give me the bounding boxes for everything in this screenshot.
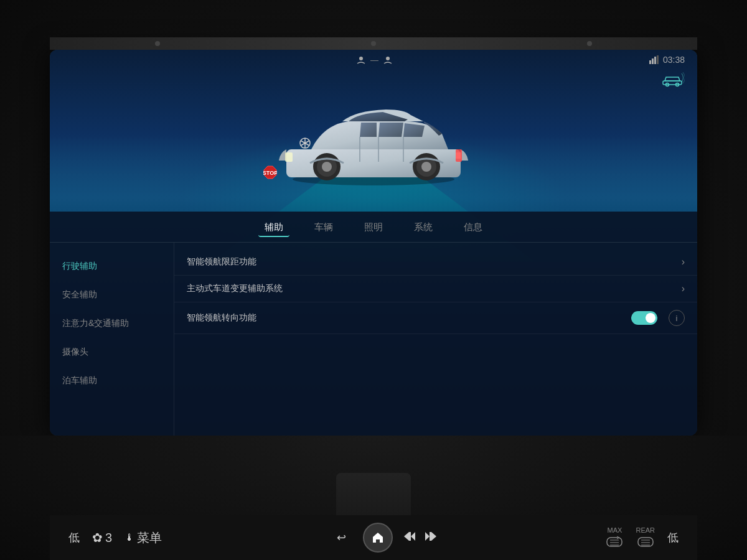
svg-marker-29 (404, 532, 409, 541)
bezel-top (50, 37, 697, 50)
status-time: 03:38 (649, 55, 685, 65)
svg-rect-33 (430, 532, 431, 541)
sidebar-item-parking-assist[interactable]: 泊车辅助 (50, 366, 174, 395)
sidebar-item-driving-assist[interactable]: 行驶辅助 (50, 252, 174, 281)
rear-defrost-icon (637, 535, 654, 549)
next-icon (425, 531, 438, 542)
menu-label: 菜单 (137, 530, 162, 546)
back-icon: ↩ (337, 531, 346, 544)
home-button[interactable] (363, 523, 393, 553)
tab-assist[interactable]: 辅助 (258, 219, 289, 237)
settings-panel: 辅助 车辆 照明 系统 信息 行驶辅助 安全辅助 注意力&交通辅助 摄像头 泊车… (50, 212, 697, 436)
tab-system[interactable]: 系统 (408, 219, 439, 237)
svg-rect-2 (649, 60, 651, 64)
camera-right (587, 41, 592, 46)
next-track-button[interactable] (425, 531, 438, 545)
right-temp-label: 低 (667, 530, 679, 545)
user-icon-2 (382, 55, 393, 64)
screen-content: — 03:38 (50, 50, 697, 436)
nav-steering-toggle[interactable] (631, 311, 657, 325)
front-defrost-button[interactable]: MAX (606, 526, 623, 549)
nav-distance-label: 智能领航限距功能 (187, 256, 675, 268)
settings-content: 行驶辅助 安全辅助 注意力&交通辅助 摄像头 泊车辅助 智能领航限距功能 › (50, 243, 697, 436)
nav-steering-info-btn[interactable]: i (669, 310, 685, 326)
left-temp-label: 低 (68, 530, 80, 545)
svg-rect-3 (652, 58, 654, 64)
svg-marker-34 (425, 532, 430, 541)
fan-icon: ✿ (92, 530, 103, 545)
ctrl-right: MAX REAR 低 (606, 526, 679, 549)
settings-sidebar: 行驶辅助 安全辅助 注意力&交通辅助 摄像头 泊车辅助 (50, 243, 174, 436)
car-svg (268, 81, 479, 193)
stop-sign-svg: STOP (263, 166, 277, 179)
svg-marker-31 (411, 532, 415, 541)
svg-text:STOP: STOP (263, 170, 277, 176)
settings-row-nav-steering[interactable]: 智能领航转向功能 i (174, 302, 697, 334)
fan-speed-value: 3 (105, 531, 112, 545)
signal-icon (649, 55, 659, 64)
menu-button[interactable]: 🌡 菜单 (125, 530, 162, 546)
screen-bezel: — 03:38 (50, 50, 697, 436)
prev-icon (403, 531, 415, 542)
max-label: MAX (608, 526, 622, 534)
car-dashboard: — 03:38 (0, 0, 747, 560)
svg-point-21 (322, 162, 332, 172)
nav-distance-chevron: › (682, 256, 685, 268)
tab-vehicle[interactable]: 车辆 (308, 219, 339, 237)
top-right-car-icon (660, 68, 685, 91)
svg-rect-18 (285, 152, 293, 162)
prev-track-button[interactable] (403, 531, 415, 545)
settings-row-nav-distance[interactable]: 智能领航限距功能 › (174, 249, 697, 276)
back-button[interactable]: ↩ (331, 526, 353, 549)
svg-rect-17 (456, 152, 461, 159)
camera-left (155, 41, 160, 46)
rear-label: REAR (636, 526, 655, 534)
settings-row-lane-change[interactable]: 主动式车道变更辅助系统 › (174, 276, 697, 302)
sidebar-item-safety-assist[interactable]: 安全辅助 (50, 281, 174, 309)
lane-change-label: 主动式车道变更辅助系统 (187, 283, 675, 294)
svg-marker-32 (431, 532, 436, 541)
front-defrost-icon (606, 535, 623, 549)
ctrl-left: 低 ✿ 3 🌡 菜单 (68, 530, 162, 546)
time-display: 03:38 (663, 55, 685, 65)
camera-center (371, 41, 376, 46)
settings-main: 智能领航限距功能 › 主动式车道变更辅助系统 › 智能领航转向功能 (174, 243, 697, 436)
svg-rect-30 (409, 532, 411, 541)
thermometer-icon: 🌡 (125, 532, 134, 543)
status-bar: — 03:38 (50, 55, 697, 65)
car-visualization (268, 81, 479, 193)
nav-steering-label: 智能领航转向功能 (187, 312, 631, 324)
fan-control[interactable]: ✿ 3 (92, 530, 112, 545)
rear-defrost-button[interactable]: REAR (636, 526, 655, 549)
sidebar-item-camera[interactable]: 摄像头 (50, 338, 174, 366)
tab-navigation: 辅助 车辆 照明 系统 信息 (50, 212, 697, 243)
tab-lighting[interactable]: 照明 (358, 219, 389, 237)
tab-info[interactable]: 信息 (458, 219, 489, 237)
user-icon (355, 55, 367, 64)
svg-point-1 (386, 57, 390, 60)
svg-rect-4 (654, 57, 656, 64)
lane-change-chevron: › (682, 283, 685, 294)
svg-point-24 (421, 162, 431, 172)
connected-car-icon (660, 68, 685, 87)
info-icon: i (676, 314, 678, 323)
svg-rect-5 (657, 55, 659, 64)
stop-sign: STOP (263, 166, 276, 178)
control-bar: 低 ✿ 3 🌡 菜单 ↩ (50, 515, 697, 560)
ctrl-center: ↩ (331, 523, 438, 553)
status-center: — (355, 55, 393, 65)
home-icon (372, 531, 384, 544)
sidebar-item-attention-assist[interactable]: 注意力&交通辅助 (50, 309, 174, 338)
svg-point-0 (359, 57, 363, 60)
